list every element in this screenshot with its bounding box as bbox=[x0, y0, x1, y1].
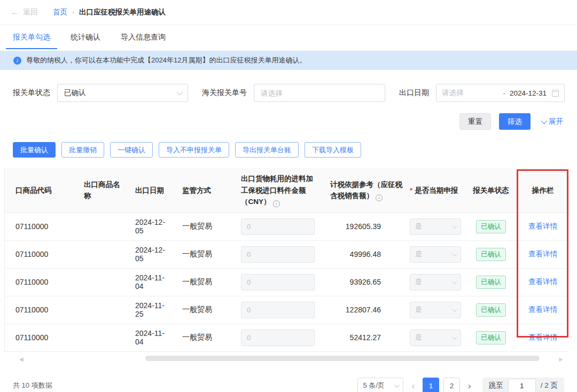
breadcrumb-separator: › bbox=[72, 9, 74, 16]
next-page-button[interactable]: › bbox=[464, 381, 475, 390]
page-size-value: 5 条/页 bbox=[363, 381, 384, 390]
cell-current-period: 是 bbox=[407, 268, 465, 296]
cell-tax-base: 122807.46 bbox=[324, 296, 407, 324]
filter-actions: 重置 筛选 展开 bbox=[0, 113, 577, 130]
horizontal-scrollbar: ◀ ▶ bbox=[15, 354, 566, 363]
table-header-row: 口商品代码 出口商品名称 出口日期 监管方式 出口货物耗用的进料加工保税进口料件… bbox=[5, 168, 569, 213]
filter-customs-no: 海关报关单号 bbox=[202, 84, 385, 102]
table-row: 071100002024-12-05一般贸易49996.48是已确认查看详情 bbox=[5, 240, 569, 268]
view-details-link[interactable]: 查看详情 bbox=[528, 278, 557, 286]
date-end-value: 2024-12-31 bbox=[510, 89, 547, 97]
cell-current-period: 是 bbox=[407, 213, 465, 240]
page-size-select[interactable]: 5 条/页 bbox=[357, 378, 403, 392]
bonded-amount-input[interactable] bbox=[241, 218, 315, 235]
cell-trade-mode: 一般贸易 bbox=[171, 240, 236, 268]
info-icon[interactable]: i bbox=[273, 200, 280, 207]
filter-button[interactable]: 筛选 bbox=[499, 113, 531, 130]
cell-status: 已确认 bbox=[465, 213, 517, 240]
cell-current-period: 是 bbox=[407, 240, 465, 268]
breadcrumb: 首页 › 出口应征税报关单用途确认 bbox=[53, 7, 166, 17]
status-select-value: 已确认 bbox=[64, 88, 86, 98]
current-period-select[interactable]: 是 bbox=[410, 330, 461, 346]
total-count: 共 10 项数据 bbox=[13, 381, 52, 390]
page-button-1[interactable]: 1 bbox=[423, 378, 439, 392]
chevron-down-icon bbox=[452, 279, 457, 284]
declarations-table: 口商品代码 出口商品名称 出口日期 监管方式 出口货物耗用的进料加工保税进口料件… bbox=[4, 168, 577, 352]
scroll-right-icon[interactable]: ▶ bbox=[559, 355, 563, 364]
status-badge: 已确认 bbox=[476, 331, 506, 344]
bonded-amount-input[interactable] bbox=[241, 302, 315, 318]
view-details-link[interactable]: 查看详情 bbox=[528, 333, 557, 341]
view-details-link[interactable]: 查看详情 bbox=[528, 305, 557, 313]
back-button[interactable]: ← 返回 bbox=[11, 7, 38, 17]
view-details-link[interactable]: 查看详情 bbox=[528, 222, 557, 230]
back-arrow-icon: ← bbox=[11, 8, 19, 17]
batch-revoke-button[interactable]: 批量撤销 bbox=[61, 142, 104, 158]
cell-bonded-amount bbox=[236, 296, 324, 324]
chevron-down-icon bbox=[177, 89, 183, 95]
import-nondeclared-button[interactable]: 导入不申报报关单 bbox=[159, 142, 229, 158]
table-row: 071100002024-11-04一般贸易52412.27是已确认查看详情 bbox=[5, 324, 569, 351]
cell-bonded-amount bbox=[236, 268, 324, 296]
footer: 共 10 项数据 5 条/页 ‹ 1 2 › 跳至 / 2 页 bbox=[0, 378, 577, 392]
breadcrumb-home-link[interactable]: 首页 bbox=[53, 7, 67, 17]
col-header-product-name: 出口商品名称 bbox=[73, 168, 124, 213]
table-body: 071100002024-12-05一般贸易192605.39是已确认查看详情0… bbox=[5, 213, 569, 351]
col-header-tax-base: 计税依据参考（应征税含税销售额）i bbox=[324, 168, 407, 213]
current-period-select[interactable]: 是 bbox=[410, 246, 461, 263]
reset-button[interactable]: 重置 bbox=[459, 113, 491, 130]
cell-product-code: 07110000 bbox=[5, 240, 73, 268]
current-period-select[interactable]: 是 bbox=[410, 274, 461, 291]
scroll-left-icon[interactable]: ◀ bbox=[19, 355, 24, 364]
download-template-button[interactable]: 下载导入模板 bbox=[305, 142, 361, 158]
info-icon[interactable]: i bbox=[376, 194, 383, 201]
col-header-product-code: 口商品代码 bbox=[5, 168, 73, 213]
required-asterisk: * bbox=[410, 186, 412, 194]
tab-declaration-check[interactable]: 报关单勾选 bbox=[13, 25, 50, 49]
prev-page-button[interactable]: ‹ bbox=[408, 381, 418, 390]
batch-confirm-button[interactable]: 批量确认 bbox=[13, 142, 56, 158]
current-period-select[interactable]: 是 bbox=[410, 218, 461, 235]
export-date-label: 出口日期 bbox=[399, 88, 429, 98]
customs-no-input[interactable] bbox=[254, 84, 385, 102]
cell-tax-base: 192605.39 bbox=[324, 213, 407, 240]
top-bar: ← 返回 首页 › 出口应征税报关单用途确认 bbox=[0, 0, 577, 25]
cell-trade-mode: 一般贸易 bbox=[171, 296, 236, 324]
cell-bonded-amount bbox=[236, 324, 324, 351]
cell-product-code: 07110000 bbox=[5, 324, 73, 351]
page-button-2[interactable]: 2 bbox=[443, 378, 460, 392]
table-row: 071100002024-11-04一般贸易93926.65是已确认查看详情 bbox=[5, 268, 569, 296]
page-title: 出口应征税报关单用途确认 bbox=[79, 7, 166, 17]
one-click-confirm-button[interactable]: 一键确认 bbox=[110, 142, 153, 158]
export-ledger-button[interactable]: 导出报关单台账 bbox=[235, 142, 299, 158]
export-date-range[interactable]: 请选择 - 2024-12-31 bbox=[436, 84, 565, 102]
cell-export-date: 2024-11-04 bbox=[124, 268, 171, 296]
bonded-amount-input[interactable] bbox=[241, 274, 315, 291]
scrollbar-thumb[interactable] bbox=[145, 356, 540, 361]
table-row: 071100002024-11-25一般贸易122807.46是已确认查看详情 bbox=[5, 296, 569, 324]
col-header-actions: 操作栏 bbox=[517, 168, 569, 213]
date-range-separator: - bbox=[503, 89, 505, 97]
jump-page-input[interactable] bbox=[508, 379, 536, 392]
jump-label: 跳至 bbox=[489, 381, 503, 390]
expand-toggle[interactable]: 展开 bbox=[541, 117, 563, 127]
cell-current-period: 是 bbox=[407, 324, 465, 351]
current-period-select[interactable]: 是 bbox=[410, 302, 461, 318]
cell-action: 查看详情 bbox=[517, 213, 569, 240]
bonded-amount-input[interactable] bbox=[241, 246, 315, 263]
status-select[interactable]: 已确认 bbox=[57, 84, 188, 102]
view-details-link[interactable]: 查看详情 bbox=[528, 250, 557, 258]
cell-export-date: 2024-11-25 bbox=[124, 296, 171, 324]
cell-product-name bbox=[73, 324, 124, 351]
tab-statistics-confirm[interactable]: 统计确认 bbox=[71, 25, 100, 49]
notice-text: 尊敬的纳税人，你可以在本功能中完成【2024年12月属期】的出口应征税报关单用途… bbox=[26, 56, 306, 65]
calendar-icon bbox=[552, 90, 559, 97]
bonded-amount-input[interactable] bbox=[241, 330, 315, 346]
col-header-bonded-amount: 出口货物耗用的进料加工保税进口料件金额（CNY）i bbox=[236, 168, 324, 213]
tab-import-info-query[interactable]: 导入信息查询 bbox=[121, 25, 166, 49]
table-row: 071100002024-12-05一般贸易192605.39是已确认查看详情 bbox=[5, 213, 569, 240]
chevron-down-icon bbox=[541, 117, 547, 123]
expand-label: 展开 bbox=[549, 117, 563, 127]
cell-action: 查看详情 bbox=[517, 240, 569, 268]
cell-status: 已确认 bbox=[465, 268, 517, 296]
